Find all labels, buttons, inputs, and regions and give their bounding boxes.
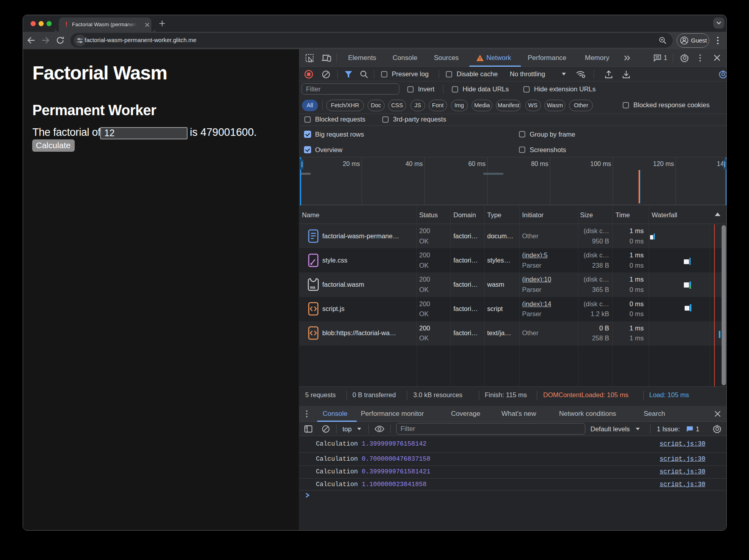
svg-text:wa: wa: [310, 285, 315, 290]
